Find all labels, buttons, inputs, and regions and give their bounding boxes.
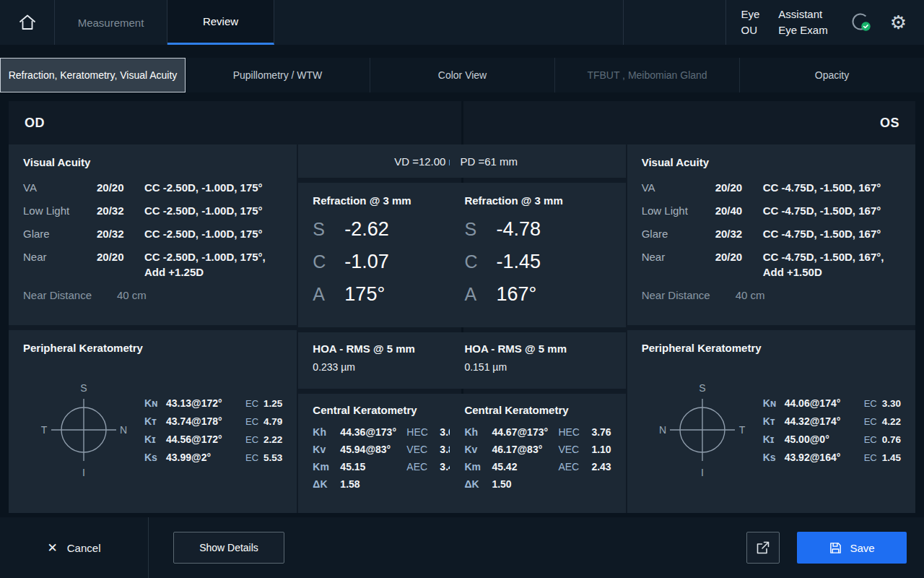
os-kv-row: Kv 46.17@83° VEC 1.10 <box>464 444 611 455</box>
close-icon: ✕ <box>48 540 58 556</box>
od-ks-row: Ks 43.99@2° EC 5.53 <box>144 452 282 463</box>
os-visual-acuity-title: Visual Acuity <box>642 156 901 168</box>
os-peripheral-keratometry-title: Peripheral Keratometry <box>642 342 901 354</box>
cancel-label: Cancel <box>67 542 101 554</box>
assistant-label: Assistant <box>778 7 827 22</box>
od-dk-row: ΔK 1.58 <box>313 478 459 490</box>
os-section: OS Visual Acuity VA 20/20 CC -4.75D, -1.… <box>463 101 916 513</box>
subtab-opacity[interactable]: Opacity <box>740 58 924 92</box>
od-ki-row: Kɪ 44.56@172° EC 2.22 <box>144 434 282 445</box>
subtab-tfbut-meibomian: TFBUT , Meibomian Gland <box>555 58 740 92</box>
os-kt-row: Kᴛ 44.32@174° EC 4.22 <box>763 415 901 427</box>
os-low-light-row: Low Light 20/40 CC -4.75D, -1.50D, 167° <box>642 203 901 218</box>
od-km-row: Km 45.15 AEC 3.45 <box>313 461 459 473</box>
os-central-keratometry-title: Central Keratometry <box>464 404 611 416</box>
pd-header: PD =61 mm <box>450 144 625 178</box>
svg-text:T: T <box>738 424 745 436</box>
os-refraction-panel: Refraction @ 3 mm S -4.78 C -1.45 A 167° <box>450 183 625 327</box>
os-axis-compass: S I N T <box>642 380 763 480</box>
os-kn-row: Kɴ 44.06@174° EC 3.30 <box>763 397 901 409</box>
svg-text:S: S <box>80 382 87 394</box>
od-near-distance-row: Near Distance 40 cm <box>23 288 282 303</box>
od-sphere-row: S -2.62 <box>313 218 459 241</box>
od-visual-acuity-panel: Visual Acuity VA 20/20 CC -2.50D, -1.00D… <box>9 144 297 325</box>
subtab-refraction-keratometry-va[interactable]: Refraction, Keratometry, Visual Acuity <box>0 58 186 92</box>
save-icon <box>829 541 842 555</box>
os-kh-row: Kh 44.67@173° HEC 3.76 <box>464 426 611 438</box>
export-icon <box>755 540 771 556</box>
eye-selector[interactable]: Eye OU <box>726 0 759 45</box>
os-compass-icon: S I N T <box>657 380 748 480</box>
review-subtabs: Refraction, Keratometry, Visual Acuity P… <box>0 58 924 92</box>
svg-text:I: I <box>82 467 85 478</box>
subtab-color-view[interactable]: Color View <box>370 58 555 92</box>
od-compass-icon: S I T N <box>38 380 129 480</box>
od-visual-acuity-title: Visual Acuity <box>23 156 282 168</box>
os-near-distance-row: Near Distance 40 cm <box>642 288 901 303</box>
svg-text:T: T <box>41 424 48 436</box>
assistant-selector[interactable]: Assistant Eye Exam <box>759 0 827 45</box>
tab-measurement[interactable]: Measurement <box>55 0 167 45</box>
os-hoa-panel: HOA - RMS @ 5 mm 0.151 µm <box>450 332 625 389</box>
os-near-row: Near 20/20 CC -4.75D, -1.50D, 167°, Add … <box>642 249 901 280</box>
os-dk-row: ΔK 1.50 <box>464 478 611 490</box>
tab-review[interactable]: Review <box>167 0 274 45</box>
os-central-keratometry-panel: Central Keratometry Kh 44.67@173° HEC 3.… <box>450 394 625 513</box>
vd-header: VD =12.00 mm <box>298 144 474 178</box>
show-details-button[interactable]: Show Details <box>173 532 284 564</box>
os-glare-row: Glare 20/32 CC -4.75D, -1.50D, 167° <box>642 226 901 241</box>
os-ks-row: Ks 43.92@164° EC 1.45 <box>763 452 901 463</box>
topbar-spacer <box>274 0 624 45</box>
svg-text:I: I <box>701 467 704 478</box>
settings-button[interactable]: ⚙ <box>884 0 924 45</box>
os-refraction-title: Refraction @ 3 mm <box>464 194 611 207</box>
od-central-keratometry-title: Central Keratometry <box>313 404 459 416</box>
os-sphere-row: S -4.78 <box>464 218 611 241</box>
svg-text:N: N <box>120 424 127 436</box>
od-kn-row: Kɴ 43.13@172° EC 1.25 <box>144 397 282 409</box>
pd-value: PD =61 mm <box>460 155 518 168</box>
od-hoa-title: HOA - RMS @ 5 mm <box>313 342 459 355</box>
subtab-pupillometry-wtw[interactable]: Pupillometry / WTW <box>186 58 370 92</box>
eye-label: Eye <box>741 7 759 22</box>
top-bar: Measurement Review Eye OU Assistant Eye … <box>0 0 924 45</box>
os-axis-row: A 167° <box>464 283 611 306</box>
os-eye-label: OS <box>463 101 916 144</box>
eye-value: OU <box>741 22 759 38</box>
footer-bar: ✕ Cancel Show Details Save <box>0 517 924 578</box>
os-hoa-value: 0.151 µm <box>464 361 611 373</box>
od-kv-row: Kv 45.94@83° VEC 3.88 <box>313 444 459 455</box>
os-visual-acuity-panel: Visual Acuity VA 20/20 CC -4.75D, -1.50D… <box>627 144 915 325</box>
assistant-value: Eye Exam <box>778 22 827 38</box>
topbar-spacer-2 <box>624 0 726 45</box>
export-button[interactable] <box>746 532 780 564</box>
od-axis-compass: S I T N <box>23 380 144 480</box>
app-window: Measurement Review Eye OU Assistant Eye … <box>0 0 924 578</box>
home-button[interactable] <box>0 0 55 45</box>
od-glare-row: Glare 20/32 CC -2.50D, -1.00D, 175° <box>23 226 282 241</box>
os-peripheral-keratometry-panel: Peripheral Keratometry S I N <box>627 330 915 513</box>
show-details-label: Show Details <box>199 542 258 553</box>
od-eye-label: OD <box>9 101 461 144</box>
os-hoa-title: HOA - RMS @ 5 mm <box>464 342 611 355</box>
od-peripheral-keratometry-title: Peripheral Keratometry <box>23 342 282 354</box>
od-hoa-panel: HOA - RMS @ 5 mm 0.233 µm <box>298 332 474 389</box>
od-kt-row: Kᴛ 43.74@178° EC 4.79 <box>144 415 282 427</box>
results-area: OD Visual Acuity VA 20/20 CC -2.50D, -1.… <box>0 92 924 516</box>
connection-status-button[interactable] <box>828 0 884 45</box>
od-refraction-panel: Refraction @ 3 mm S -2.62 C -1.07 A 175° <box>298 183 474 327</box>
home-icon <box>17 12 38 33</box>
os-va-row: VA 20/20 CC -4.75D, -1.50D, 167° <box>642 180 901 195</box>
od-hoa-value: 0.233 µm <box>313 361 459 373</box>
od-va-row: VA 20/20 CC -2.50D, -1.00D, 175° <box>23 180 282 195</box>
od-kh-row: Kh 44.36@173° HEC 3.02 <box>313 426 459 438</box>
od-refraction-title: Refraction @ 3 mm <box>313 194 459 207</box>
od-near-row: Near 20/20 CC -2.50D, -1.00D, 175°, Add … <box>23 249 282 280</box>
save-button[interactable]: Save <box>797 532 907 564</box>
cancel-button[interactable]: ✕ Cancel <box>0 517 149 578</box>
os-ki-row: Kɪ 45.00@0° EC 0.76 <box>763 434 901 445</box>
sync-status-icon <box>850 11 873 34</box>
od-section: OD Visual Acuity VA 20/20 CC -2.50D, -1.… <box>9 101 461 513</box>
gear-icon: ⚙ <box>890 12 907 34</box>
os-cylinder-row: C -1.45 <box>464 251 611 273</box>
